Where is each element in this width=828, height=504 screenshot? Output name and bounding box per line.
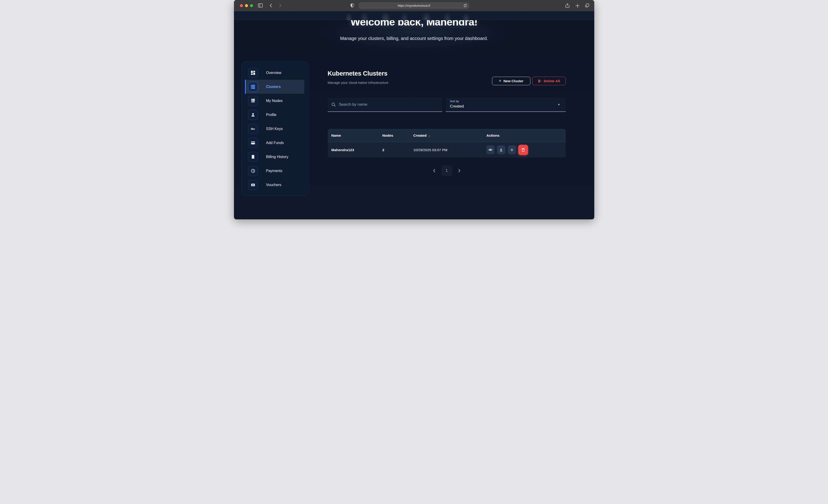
browser-chrome: https://myceliumcloud.tf [234,0,594,11]
ticket-percent-icon [248,180,258,190]
search-input[interactable] [339,102,439,107]
url-bar[interactable]: https://myceliumcloud.tf [359,2,469,9]
dashboard-page: Welcome back, Mahendra! Manage your clus… [234,11,594,219]
sidebar-item-overview[interactable]: Overview [245,66,304,80]
clock-icon [248,166,258,176]
sidebar-item-label: Billing History [266,155,288,159]
chevron-right-icon[interactable] [457,168,461,173]
delete-sweep-icon [538,79,542,83]
sidebar-item-label: Profile [266,113,277,117]
column-header-nodes: Nodes [382,133,393,138]
sidebar-item-label: Clusters [266,85,281,89]
sidebar-item-label: Add Funds [266,141,284,145]
plus-icon [510,148,514,152]
reload-icon[interactable] [463,3,467,8]
column-header-name: Name [331,133,341,138]
welcome-subtitle: Manage your clusters, billing, and accou… [234,36,594,41]
server-stack-icon [248,82,258,92]
sidebar-item-label: My Nodes [266,99,283,103]
sidebar-toggle-icon[interactable] [258,3,263,9]
page-subtitle: Manage your cloud-native infrastructure [328,81,388,85]
add-node-button[interactable] [508,145,516,154]
delete-cluster-button[interactable] [518,145,528,155]
tab-overview-icon[interactable] [585,3,589,9]
sidebar-item-my-nodes[interactable]: My Nodes [245,94,304,108]
sort-value: Created [450,104,464,109]
person-icon [248,110,258,120]
cluster-name: Mahendra123 [331,148,354,152]
receipt-icon [248,152,258,162]
column-header-created[interactable]: Created↕ [413,133,430,138]
share-icon[interactable] [565,3,570,9]
sidebar-item-billing-history[interactable]: Billing History [245,150,304,164]
sidebar-item-payments[interactable]: Payments [245,164,304,178]
sidebar-item-label: Payments [266,169,282,173]
sidebar-item-ssh-keys[interactable]: SSH Keys [245,122,304,136]
sort-by-label: Sort by [450,100,459,103]
eye-icon [488,148,493,152]
sidebar-item-profile[interactable]: Profile [245,108,304,122]
browser-window: https://myceliumcloud.tf Welcome ba [234,0,594,219]
pagination: 1 [328,165,566,176]
chevron-left-icon[interactable] [432,168,436,173]
new-cluster-label: New Cluster [503,79,524,83]
plus-icon: + [499,78,501,83]
key-icon [248,124,258,134]
download-icon [499,148,503,152]
sort-updown-icon: ↕ [428,134,430,137]
nodes-network-icon [248,96,258,106]
sort-dropdown[interactable]: Sort by Created ▼ [446,98,566,112]
close-window-button[interactable] [240,4,243,7]
sidebar-item-label: SSH Keys [266,127,283,131]
page-title: Kubernetes Clusters [328,70,387,77]
sidebar-item-label: Overview [266,71,282,75]
zoom-window-button[interactable] [250,4,253,7]
back-button[interactable] [269,3,273,9]
sidebar-item-clusters[interactable]: Clusters [245,80,304,94]
view-cluster-button[interactable] [486,145,495,154]
dashboard-icon [248,68,258,78]
search-icon [331,102,336,107]
sidebar-item-vouchers[interactable]: Vouchers [245,178,304,192]
cluster-created: 10/29/2025 03:07 PM [413,148,448,152]
credit-card-icon [248,138,258,148]
new-tab-icon[interactable] [575,4,580,9]
table-header-row: Name Nodes Created↕ Actions [328,129,566,142]
column-header-actions: Actions [487,133,500,138]
cluster-nodes: 2 [382,148,384,152]
top-blur-band [234,11,594,20]
clusters-table: Name Nodes Created↕ Actions Mahendra123 … [328,129,566,158]
minimize-window-button[interactable] [245,4,248,7]
sidebar: Overview Clusters [242,61,309,196]
forward-button[interactable] [278,3,282,9]
new-cluster-button[interactable]: + New Cluster [492,77,530,85]
page-number[interactable]: 1 [441,165,452,176]
sidebar-item-add-funds[interactable]: Add Funds [245,136,304,150]
sidebar-item-label: Vouchers [266,183,282,187]
download-kubeconfig-button[interactable] [497,145,505,154]
trash-icon [521,148,525,152]
table-row[interactable]: Mahendra123 2 10/29/2025 03:07 PM [328,142,566,158]
delete-all-button[interactable]: Delete All [532,77,566,85]
privacy-shield-icon[interactable] [350,3,355,9]
chevron-down-icon: ▼ [558,103,560,106]
search-field [328,98,442,112]
delete-all-label: Delete All [544,79,560,83]
url-text: https://myceliumcloud.tf [398,4,430,7]
